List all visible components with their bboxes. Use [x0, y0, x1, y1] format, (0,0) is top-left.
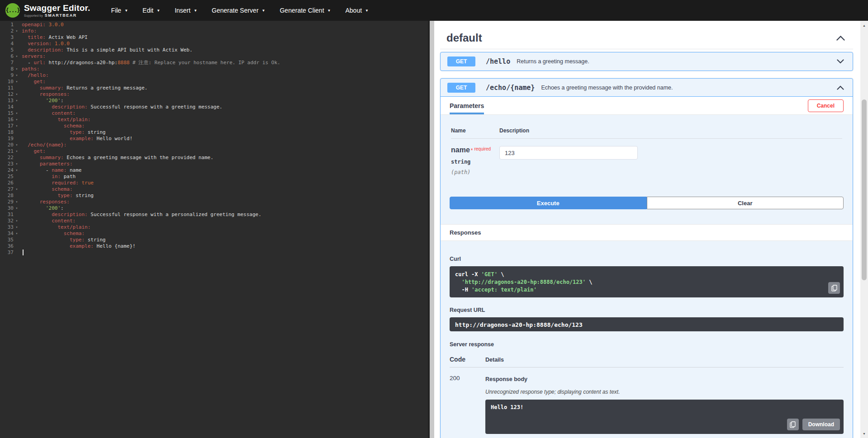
fold-toggle-icon[interactable]: ▾ [14, 117, 20, 123]
fold-toggle-icon[interactable]: ▾ [14, 161, 20, 167]
chevron-up-icon[interactable] [835, 84, 846, 92]
fold-toggle-icon[interactable]: ▾ [14, 167, 20, 174]
fold-toggle-icon[interactable]: ▾ [14, 79, 20, 85]
editor-line[interactable]: 14 description: Successful response with… [0, 104, 428, 110]
response-table-header: Code Details [450, 356, 844, 363]
editor-line[interactable]: 5 description: This is a simple API buil… [0, 47, 428, 53]
scroll-down-icon[interactable]: ▼ [860, 430, 868, 437]
copy-to-clipboard-button[interactable] [787, 419, 799, 430]
editor-line[interactable]: 28 type: string [0, 193, 428, 199]
editor-line[interactable]: 21▾ get: [0, 148, 428, 155]
line-number: 8 [1, 66, 14, 72]
editor-line[interactable]: 36 example: Hello {name}! [0, 243, 428, 250]
fold-toggle-icon[interactable]: ▾ [14, 72, 20, 79]
fold-toggle-icon[interactable]: ▾ [14, 98, 20, 104]
line-number: 2 [1, 28, 14, 34]
gutter: 24▾ [0, 167, 20, 174]
pane-splitter[interactable] [428, 21, 434, 438]
editor-line[interactable]: 3 title: Actix Web API [0, 34, 428, 41]
tag-default-header[interactable]: default [440, 32, 853, 44]
menu-insert[interactable]: Insert▼ [167, 3, 204, 18]
editor-line[interactable]: 37 [0, 250, 428, 256]
operation-summary: Returns a greeting message. [517, 58, 589, 65]
copy-to-clipboard-button[interactable] [828, 282, 840, 294]
gutter: 37 [0, 250, 20, 256]
editor-line[interactable]: 34▾ schema: [0, 231, 428, 237]
scroll-up-icon[interactable]: ▲ [860, 22, 868, 29]
editor-line[interactable]: 16▾ text/plain: [0, 117, 428, 123]
download-button[interactable]: Download [802, 419, 840, 430]
tab-parameters[interactable]: Parameters [450, 97, 484, 114]
fold-toggle-icon[interactable]: ▾ [14, 231, 20, 237]
editor-line[interactable]: 23▾ parameters: [0, 161, 428, 167]
editor-line[interactable]: 32▾ content: [0, 218, 428, 224]
editor-line[interactable]: 29▾ responses: [0, 199, 428, 205]
code-text: description: Successful response with a … [20, 212, 261, 218]
editor-line[interactable]: 2▾info: [0, 28, 428, 34]
editor-line[interactable]: 12▾ responses: [0, 91, 428, 98]
code-text: type: string [20, 193, 94, 199]
line-number: 3 [1, 34, 14, 41]
gutter: 19 [0, 136, 20, 142]
fold-toggle-icon[interactable]: ▾ [14, 205, 20, 212]
fold-toggle-icon[interactable]: ▾ [14, 224, 20, 231]
menu-edit[interactable]: Edit▼ [135, 3, 167, 18]
editor-line[interactable]: 20▾ /echo/{name}: [0, 142, 428, 148]
chevron-up-icon[interactable] [835, 34, 847, 42]
menu-file[interactable]: File▼ [104, 3, 135, 18]
chevron-down-icon[interactable] [835, 57, 846, 66]
editor-line[interactable]: 19 example: Hello world! [0, 136, 428, 142]
editor-line[interactable]: 7 - url: http://dragonos-a20-hp:8888 # 注… [0, 60, 428, 66]
fold-toggle-icon[interactable]: ▾ [14, 148, 20, 155]
clear-button[interactable]: Clear [647, 197, 844, 209]
swagger-logo[interactable]: {...} Swagger Editor. Supported by SMART… [5, 3, 90, 18]
editor-line[interactable]: 13▾ '200': [0, 98, 428, 104]
editor-line[interactable]: 24▾ - name: name [0, 167, 428, 174]
editor-line[interactable]: 35 type: string [0, 237, 428, 243]
editor-line[interactable]: 6▾servers: [0, 53, 428, 60]
fold-toggle-icon[interactable]: ▾ [14, 91, 20, 98]
fold-toggle-icon[interactable]: ▾ [14, 110, 20, 117]
editor-line[interactable]: 11 summary: Returns a greeting message. [0, 85, 428, 91]
execute-button[interactable]: Execute [450, 197, 647, 209]
name-parameter-input[interactable] [499, 146, 638, 160]
editor-line[interactable]: 27▾ schema: [0, 186, 428, 193]
line-number: 33 [1, 224, 14, 231]
editor-line[interactable]: 17▾ schema: [0, 123, 428, 129]
vertical-scrollbar[interactable]: ▲ ▼ [860, 21, 868, 438]
editor-line[interactable]: 1openapi: 3.0.0 [0, 22, 428, 28]
line-number: 24 [1, 167, 14, 174]
editor-line[interactable]: 8▾paths: [0, 66, 428, 72]
operation-get-hello-header[interactable]: GET /hello Returns a greeting message. [441, 52, 853, 71]
fold-toggle-icon[interactable]: ▾ [14, 186, 20, 193]
operation-get-echo-header[interactable]: GET /echo/{name} Echoes a greeting messa… [441, 79, 853, 97]
fold-toggle-icon[interactable]: ▾ [14, 199, 20, 205]
editor-line[interactable]: 10▾ get: [0, 79, 428, 85]
cancel-button[interactable]: Cancel [808, 99, 844, 112]
menu-generate-server[interactable]: Generate Server▼ [204, 3, 272, 18]
editor-line[interactable]: 22 summary: Echoes a greeting message wi… [0, 155, 428, 161]
editor-line[interactable]: 31 description: Successful response with… [0, 212, 428, 218]
fold-toggle-icon[interactable]: ▾ [14, 123, 20, 129]
menu-about[interactable]: About▼ [338, 3, 376, 18]
editor-line[interactable]: 4 version: 1.0.0 [0, 41, 428, 47]
code-editor[interactable]: 1openapi: 3.0.02▾info:3 title: Actix Web… [0, 21, 428, 438]
editor-line[interactable]: 25 in: path [0, 174, 428, 180]
fold-toggle-icon[interactable]: ▾ [14, 53, 20, 60]
fold-toggle-icon[interactable]: ▾ [14, 142, 20, 148]
code-text: servers: [20, 53, 46, 60]
scrollbar-thumb[interactable] [862, 99, 867, 280]
fold-toggle-icon[interactable]: ▾ [14, 28, 20, 34]
editor-line[interactable]: 30▾ '200': [0, 205, 428, 212]
gutter: 4 [0, 41, 20, 47]
editor-line[interactable]: 9▾ /hello: [0, 72, 428, 79]
line-number: 28 [1, 193, 14, 199]
fold-toggle-icon[interactable]: ▾ [14, 66, 20, 72]
editor-line[interactable]: 18 type: string [0, 129, 428, 136]
editor-line[interactable]: 15▾ content: [0, 110, 428, 117]
fold-toggle-icon[interactable]: ▾ [14, 218, 20, 224]
curl-label: Curl [450, 256, 461, 262]
menu-generate-client[interactable]: Generate Client▼ [272, 3, 338, 18]
editor-line[interactable]: 33▾ text/plain: [0, 224, 428, 231]
editor-line[interactable]: 26 required: true [0, 180, 428, 186]
